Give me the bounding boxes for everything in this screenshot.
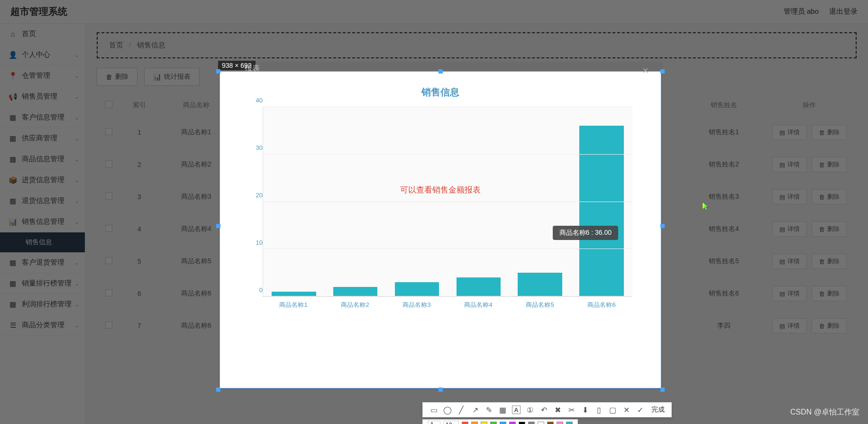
chart-bar[interactable]	[395, 282, 439, 296]
chart-bar[interactable]	[518, 273, 562, 296]
close-tool-icon[interactable]: ✕	[622, 406, 630, 414]
x-tick-label: 商品名称6	[571, 301, 632, 309]
chart-bar[interactable]	[579, 126, 623, 296]
oval-tool-icon[interactable]: ◯	[443, 406, 452, 414]
pin-tool-icon[interactable]: ✖	[553, 406, 562, 414]
clipboard-tool-icon[interactable]: ▢	[608, 406, 617, 414]
resize-handle[interactable]	[439, 69, 443, 74]
color-swatch[interactable]	[519, 422, 525, 424]
check-tool-icon[interactable]: ✓	[636, 406, 644, 414]
resize-handle[interactable]	[660, 224, 665, 228]
scissors-tool-icon[interactable]: ✂	[567, 406, 576, 414]
chart-bar[interactable]	[333, 287, 377, 296]
close-icon[interactable]: ×	[642, 65, 649, 77]
watermark: CSDN @卓怡工作室	[790, 407, 859, 417]
y-tick-label: 10	[248, 239, 263, 246]
arrow-tool-icon[interactable]: ↗	[471, 406, 479, 414]
resize-handle[interactable]	[216, 387, 220, 392]
chart-title: 销售信息	[239, 86, 642, 99]
color-swatch[interactable]	[500, 422, 506, 424]
color-swatch[interactable]	[557, 422, 563, 424]
font-size-dropdown[interactable]: 12 ▾	[443, 421, 459, 424]
color-swatch[interactable]	[538, 422, 544, 424]
y-tick-label: 40	[248, 97, 263, 104]
mosaic-tool-icon[interactable]: ▦	[498, 406, 507, 414]
x-tick-label: 商品名称4	[448, 301, 509, 309]
resize-handle[interactable]	[660, 387, 665, 392]
done-button[interactable]: 完成	[651, 406, 665, 414]
color-swatch[interactable]	[462, 422, 468, 424]
text-tool-icon[interactable]: A	[512, 406, 521, 414]
y-tick-label: 30	[248, 144, 263, 151]
color-swatch[interactable]	[528, 422, 535, 424]
font-color-dropdown[interactable]: A ▾	[428, 421, 440, 424]
color-swatch[interactable]	[481, 422, 487, 424]
color-swatch[interactable]	[566, 422, 573, 424]
x-tick-label: 商品名称5	[509, 301, 571, 309]
chart-modal: 938 × 692 报表 × 销售信息 可以查看销售金额报表 010203040…	[218, 62, 663, 390]
chart-plot: 010203040 商品名称1商品名称2商品名称3商品名称4商品名称5商品名称6…	[263, 107, 632, 320]
phone-tool-icon[interactable]: ▯	[594, 406, 603, 414]
x-tick-label: 商品名称3	[386, 301, 448, 309]
undo-tool-icon[interactable]: ↶	[539, 406, 548, 414]
color-swatch[interactable]	[490, 422, 497, 424]
resize-handle[interactable]	[439, 387, 443, 392]
resize-handle[interactable]	[660, 69, 665, 74]
counter-tool-icon[interactable]: ①	[526, 406, 534, 414]
color-swatch[interactable]	[471, 422, 478, 424]
chart-bar[interactable]	[457, 277, 501, 296]
resize-handle[interactable]	[216, 69, 220, 74]
screenshot-subtoolbar: A ▾ 12 ▾	[422, 419, 578, 424]
cursor-pointer-icon	[702, 202, 711, 211]
rect-tool-icon[interactable]: ▭	[429, 406, 438, 414]
color-swatch[interactable]	[509, 422, 516, 424]
chart-annotation: 可以查看销售金额报表	[220, 184, 661, 195]
screenshot-toolbar: ▭◯╱↗✎▦A①↶✖✂⬇▯▢✕✓完成	[422, 402, 672, 417]
x-tick-label: 商品名称1	[263, 301, 324, 309]
brush-tool-icon[interactable]: ✎	[484, 406, 493, 414]
y-tick-label: 0	[248, 286, 263, 294]
x-tick-label: 商品名称2	[324, 301, 386, 309]
chart-area: 销售信息 可以查看销售金额报表 010203040 商品名称1商品名称2商品名称…	[220, 72, 661, 320]
chart-tooltip: 商品名称6 : 36.00	[553, 226, 619, 240]
line-tool-icon[interactable]: ╱	[457, 406, 466, 414]
color-swatch[interactable]	[547, 422, 554, 424]
resize-handle[interactable]	[216, 224, 220, 228]
download-tool-icon[interactable]: ⬇	[581, 406, 589, 414]
